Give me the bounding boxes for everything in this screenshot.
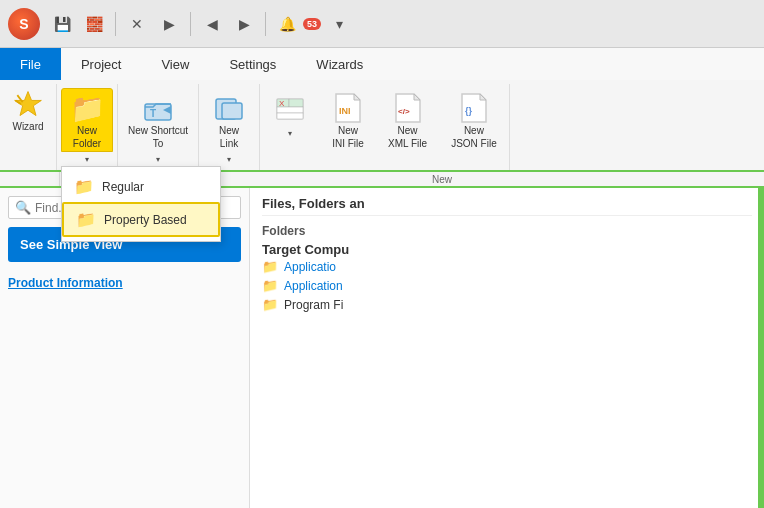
new-folder-icon: 📁 (71, 92, 103, 124)
new-shortcut-icon: T (142, 92, 174, 124)
new-xml-label-2: XML File (388, 138, 427, 150)
folders-subsection: Folders (262, 224, 752, 238)
separator-1 (115, 12, 116, 36)
save-button[interactable]: 💾 (48, 10, 76, 38)
property-based-label: Property Based (104, 213, 187, 227)
menu-wizards[interactable]: Wizards (296, 48, 383, 80)
menu-view[interactable]: View (141, 48, 209, 80)
ribbon: Wizard 📁 New Folder ▾ 📁 Regular (0, 80, 764, 172)
regular-label: Regular (102, 180, 144, 194)
target-computer-label: Target Compu (262, 242, 752, 257)
right-panel: Files, Folders an Folders Target Compu 📁… (250, 188, 764, 508)
new-folder-regular-item[interactable]: 📁 Regular (62, 171, 220, 202)
green-accent-bar (758, 188, 764, 508)
search-icon: 🔍 (15, 200, 31, 215)
dropdown-arrow-button[interactable]: ▾ (325, 10, 353, 38)
folder-icon-3: 📁 (262, 297, 278, 312)
new-shortcut-arrow[interactable]: ▾ (122, 152, 194, 166)
merge-icon: X (274, 92, 306, 124)
menu-file[interactable]: File (0, 48, 61, 80)
svg-rect-12 (277, 113, 303, 119)
new-folder-menu: 📁 Regular 📁 Property Based (61, 166, 221, 242)
new-ini-icon: INI (332, 92, 364, 124)
new-folder-button[interactable]: 📁 New Folder (61, 88, 113, 152)
program-files-label: Program Fi (284, 298, 343, 312)
build-button[interactable]: 🧱 (80, 10, 108, 38)
title-bar: S 💾 🧱 ✕ ▶ ◀ ▶ 🔔 53 ▾ (0, 0, 764, 48)
new-folder-property-item[interactable]: 📁 Property Based (62, 202, 220, 237)
new-link-label-2: Link (220, 138, 238, 150)
menu-project[interactable]: Project (61, 48, 141, 80)
svg-rect-7 (222, 103, 242, 119)
back-button[interactable]: ◀ (198, 10, 226, 38)
new-ini-label-2: INI File (332, 138, 364, 150)
new-json-label-1: New (464, 125, 484, 137)
svg-text:{}: {} (465, 106, 473, 116)
run-button[interactable]: ▶ (155, 10, 183, 38)
separator-2 (190, 12, 191, 36)
new-folder-label-2: Folder (73, 138, 101, 150)
new-shortcut-label-1: New Shortcut (128, 125, 188, 137)
svg-text:</>: </> (398, 107, 410, 116)
svg-text:T: T (150, 108, 156, 119)
new-link-arrow[interactable]: ▾ (203, 152, 255, 166)
regular-folder-icon: 📁 (74, 177, 94, 196)
merge-arrow[interactable]: ▾ (264, 126, 316, 140)
new-folder-arrow[interactable]: ▾ (61, 152, 113, 166)
wizard-label: Wizard (12, 121, 43, 133)
menu-bar: File Project View Settings Wizards (0, 48, 764, 80)
new-json-label-2: JSON File (451, 138, 497, 150)
folder-icon-1: 📁 (262, 259, 278, 274)
new-xml-label-1: New (398, 125, 418, 137)
new-xml-icon: </> (392, 92, 424, 124)
notification-area: 🔔 53 (273, 10, 321, 38)
wizard-icon (12, 88, 44, 120)
application-label-1: Applicatio (284, 260, 336, 274)
svg-marker-21 (480, 94, 486, 100)
new-folder-label-1: New (77, 125, 97, 137)
svg-text:X: X (279, 99, 285, 108)
folder-icon-2: 📁 (262, 278, 278, 293)
merge-button[interactable]: X (264, 88, 316, 126)
forward-button[interactable]: ▶ (230, 10, 258, 38)
new-link-button[interactable]: New Link (203, 88, 255, 152)
svg-text:INI: INI (339, 106, 351, 116)
application-item-1[interactable]: 📁 Applicatio (262, 257, 752, 276)
wizard-group[interactable]: Wizard (0, 84, 57, 170)
new-json-icon: {} (458, 92, 490, 124)
new-shortcut-label-2: To (153, 138, 164, 150)
new-folder-dropdown: 📁 New Folder ▾ 📁 Regular 📁 Property Base… (61, 88, 113, 166)
product-info-link[interactable]: Product Information (0, 270, 249, 296)
svg-rect-10 (289, 99, 303, 107)
new-link-icon (213, 92, 245, 124)
stop-button[interactable]: ✕ (123, 10, 151, 38)
program-files-item[interactable]: 📁 Program Fi (262, 295, 752, 314)
separator-3 (265, 12, 266, 36)
new-xml-button[interactable]: </> New XML File (382, 88, 433, 154)
application-label-2: Application (284, 279, 343, 293)
app-logo: S (8, 8, 40, 40)
new-shortcut-button[interactable]: T New Shortcut To (122, 88, 194, 152)
new-ini-label-1: New (338, 125, 358, 137)
new-ini-button[interactable]: INI New INI File (326, 88, 370, 154)
notification-badge: 53 (303, 18, 321, 30)
application-item-2[interactable]: 📁 Application (262, 276, 752, 295)
notification-button[interactable]: 🔔 (273, 10, 301, 38)
svg-marker-18 (414, 94, 420, 100)
new-link-label-1: New (219, 125, 239, 137)
new-json-button[interactable]: {} New JSON File (445, 88, 503, 154)
files-folders-title: Files, Folders an (262, 196, 752, 216)
svg-marker-15 (354, 94, 360, 100)
logo-s: S (19, 16, 28, 32)
wizard-group-label (0, 172, 60, 186)
toolbar-buttons: 💾 🧱 ✕ ▶ ◀ ▶ 🔔 53 ▾ (48, 10, 353, 38)
ribbon-wrapper: Wizard 📁 New Folder ▾ 📁 Regular (0, 80, 764, 188)
property-folder-icon: 📁 (76, 210, 96, 229)
menu-settings[interactable]: Settings (209, 48, 296, 80)
